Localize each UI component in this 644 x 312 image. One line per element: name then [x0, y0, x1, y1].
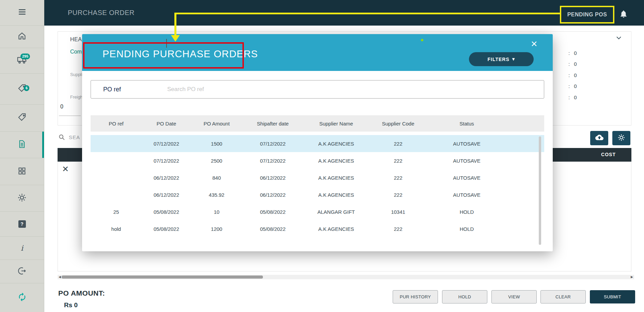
clear-button[interactable]: CLEAR [540, 290, 586, 303]
sidebar-item-orders-tag[interactable]: 6 [0, 74, 44, 105]
column-header: PO ref [91, 115, 142, 132]
cell-supplier-name: A.K AGENCIES [303, 186, 369, 203]
scrollbar-thumb[interactable] [62, 276, 263, 279]
table-row[interactable]: 06/12/2022 435.92 06/12/2022 A.K AGENCIE… [91, 186, 544, 203]
cell-status: AUTOSAVE [427, 169, 506, 186]
pending-pos-button[interactable]: PENDING POS [567, 12, 607, 18]
table-body: 07/12/2022 1500 07/12/2022 A.K AGENCIES … [91, 135, 544, 237]
table-row[interactable]: 07/12/2022 2500 07/12/2022 A.K AGENCIES … [91, 152, 544, 169]
search-label: SEA [69, 134, 80, 140]
cell-po-amount: 1200 [191, 220, 242, 237]
cell-po-date: 07/12/2022 [142, 152, 191, 169]
cell-shipafter-date: 07/12/2022 [242, 152, 303, 169]
summary-value: : 0 [568, 50, 577, 56]
sidebar-item-refresh[interactable] [0, 283, 44, 312]
pur-history-button[interactable]: PUR HISTORY [393, 290, 438, 303]
home-icon [17, 31, 27, 42]
deliveries-count-badge: 295 [20, 54, 30, 59]
cell-status: AUTOSAVE [427, 135, 506, 152]
scroll-right-arrow-icon[interactable]: ▶ [631, 275, 633, 279]
sidebar-item-logout[interactable] [0, 260, 44, 283]
column-header: PO Amount [191, 115, 242, 132]
cell-supplier-name: A.K AGENCIES [303, 135, 369, 152]
grid-icon [17, 166, 27, 177]
cell-po-amount: 840 [191, 169, 242, 186]
sidebar-item-help[interactable]: ? [0, 212, 44, 237]
cell-shipafter-date: 06/12/2022 [242, 169, 303, 186]
cell-supplier-code: 222 [369, 135, 427, 152]
sidebar-item-info[interactable]: i [0, 237, 44, 260]
notifications-bell-icon[interactable] [619, 10, 628, 20]
cell-supplier-code: 10341 [369, 203, 427, 220]
cell-po-date: 06/12/2022 [142, 169, 191, 186]
cell-status: HOLD [427, 203, 506, 220]
scroll-left-arrow-icon[interactable]: ◀ [59, 275, 61, 279]
view-button[interactable]: VIEW [491, 290, 537, 303]
input-underline [59, 116, 81, 116]
sidebar-item-dashboard[interactable] [0, 158, 44, 185]
sidebar-item-tags[interactable] [0, 105, 44, 132]
cell-po-amount: 435.92 [191, 186, 242, 203]
modal-vertical-scrollbar[interactable] [539, 136, 541, 245]
submit-button[interactable]: SUBMIT [590, 290, 635, 303]
cell-po-amount: 10 [191, 203, 242, 220]
remove-row-icon[interactable]: ✕ [62, 165, 69, 173]
cell-po-ref: 25 [91, 203, 142, 220]
horizontal-scrollbar[interactable]: ◀ ▶ [58, 275, 634, 279]
po-ref-label: PO ref [91, 86, 167, 93]
sidebar-item-home[interactable] [0, 26, 44, 48]
active-item-indicator [42, 132, 44, 158]
page-title: PURCHASE ORDER [68, 9, 135, 17]
chevron-down-icon[interactable] [615, 34, 623, 43]
close-icon[interactable]: × [531, 38, 537, 49]
gear-icon [617, 134, 625, 143]
sidebar: 295 6 [0, 0, 44, 312]
cell-supplier-name: A.K AGENCIES [303, 220, 369, 237]
column-header: Supplier Code [369, 115, 427, 132]
cell-po-date: 05/08/2022 [142, 220, 191, 237]
cell-po-ref [91, 152, 142, 169]
text-cursor [166, 39, 167, 48]
hold-button[interactable]: HOLD [442, 290, 487, 303]
cell-shipafter-date: 05/08/2022 [242, 220, 303, 237]
table-header-row: PO ref PO Date PO Amount Shipafter date … [91, 115, 544, 132]
freight-value: 0 [60, 104, 63, 110]
document-icon [17, 139, 27, 150]
cell-po-ref [91, 169, 142, 186]
app-root: PURCHASE ORDER 295 6 [0, 0, 644, 312]
grid-settings-button[interactable] [612, 131, 630, 145]
sidebar-item-deliveries[interactable]: 295 [0, 48, 44, 74]
po-ref-search-box: PO ref [91, 80, 544, 99]
search-icon [58, 134, 65, 142]
hamburger-icon [18, 8, 27, 18]
cell-supplier-code: 222 [369, 169, 427, 186]
cell-status: AUTOSAVE [427, 152, 506, 169]
table-row[interactable]: 06/12/2022 840 06/12/2022 A.K AGENCIES 2… [91, 169, 544, 186]
cell-supplier-code: 222 [369, 186, 427, 203]
gear-icon [17, 193, 27, 204]
cell-po-date: 06/12/2022 [142, 186, 191, 203]
info-icon: i [21, 244, 23, 252]
summary-value: : 0 [568, 94, 577, 100]
table-row[interactable]: 25 05/08/2022 10 05/08/2022 ALANGAR GIFT… [91, 203, 544, 220]
table-row[interactable]: 07/12/2022 1500 07/12/2022 A.K AGENCIES … [91, 135, 544, 152]
cell-shipafter-date: 05/08/2022 [242, 203, 303, 220]
cell-supplier-name: A.K AGENCIES [303, 169, 369, 186]
cell-status: AUTOSAVE [427, 186, 506, 203]
po-ref-search-input[interactable] [167, 86, 544, 93]
refresh-icon [17, 292, 27, 303]
menu-toggle-button[interactable] [0, 0, 44, 26]
filters-button[interactable]: FILTERS ▼ [469, 52, 534, 66]
orders-count-badge: 6 [24, 85, 29, 91]
sidebar-item-purchase-order[interactable] [0, 132, 44, 158]
summary-value: : 0 [568, 83, 577, 89]
cell-supplier-code: 222 [369, 152, 427, 169]
cell-supplier-name: A.K AGENCIES [303, 152, 369, 169]
upload-button[interactable] [590, 131, 608, 145]
sidebar-item-settings[interactable] [0, 185, 44, 212]
column-header: Shipafter date [242, 115, 303, 132]
cell-po-ref [91, 186, 142, 203]
cell-po-date: 05/08/2022 [142, 203, 191, 220]
cell-po-ref [91, 135, 142, 152]
table-row[interactable]: hold 05/08/2022 1200 05/08/2022 A.K AGEN… [91, 220, 544, 237]
